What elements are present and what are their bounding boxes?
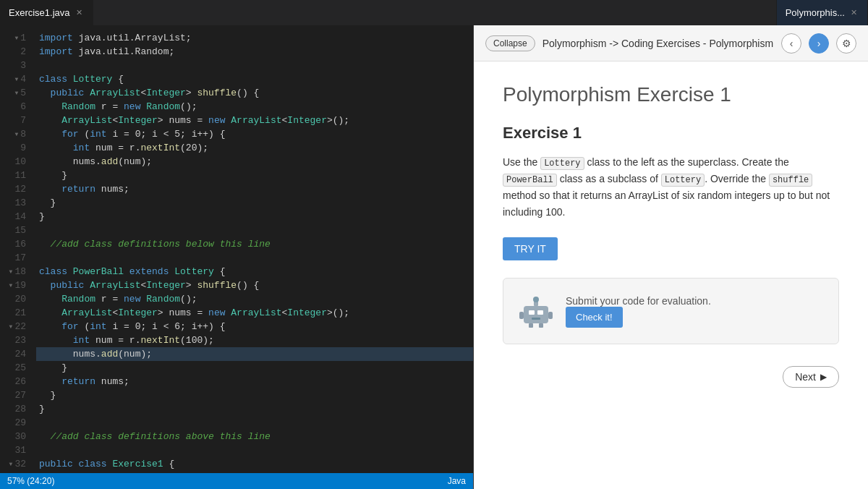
svg-rect-3: [532, 318, 540, 320]
code-line: }: [36, 210, 473, 224]
code-line: import java.util.Random;: [36, 45, 473, 59]
code-line: int num = r.nextInt(20);: [36, 141, 473, 155]
code-line: [36, 416, 473, 430]
tab-label: Exercise1.java: [9, 7, 70, 18]
code-line: ArrayList<Integer> nums = new ArrayList<…: [36, 114, 473, 127]
next-button[interactable]: Next ▶: [783, 366, 839, 388]
line-number: 11: [0, 169, 30, 182]
line-number: ▼22: [0, 320, 30, 333]
code-line: public ArrayList<Integer> shuffle() {: [36, 278, 473, 292]
line-numbers: ▼123▼4▼567▼891011121314151617▼18▼192021▼…: [0, 25, 36, 473]
status-language: Java: [448, 476, 466, 486]
code-line: import java.util.ArrayList;: [36, 31, 473, 45]
tab-close-right-icon[interactable]: ✕: [849, 7, 859, 18]
code-line: }: [36, 361, 473, 375]
line-number: 23: [0, 333, 30, 347]
status-bar: 57% (24:20) Java: [0, 473, 473, 489]
nav-next-button[interactable]: ›: [809, 33, 829, 54]
code-line: }: [36, 196, 473, 210]
settings-button[interactable]: ⚙: [836, 33, 856, 54]
code-line: nums.add(num);: [36, 347, 473, 361]
main-layout: ▼123▼4▼567▼891011121314151617▼18▼192021▼…: [0, 25, 868, 489]
code-line: class Lottery {: [36, 72, 473, 86]
code-line: public ArrayList<Integer> shuffle() {: [36, 86, 473, 100]
svg-rect-9: [539, 323, 543, 328]
left-tab-bar: Exercise1.java ✕: [0, 0, 776, 25]
tab-close-icon[interactable]: ✕: [75, 7, 84, 18]
svg-point-5: [533, 297, 539, 302]
line-number: 25: [0, 361, 30, 375]
right-pane: Collapse Polymorphism -> Coding Exercise…: [474, 25, 868, 489]
exercise-description: Use the Lottery class to the left as the…: [503, 154, 839, 220]
line-number: 3: [0, 59, 30, 72]
exercise-subtitle: Exercise 1: [503, 124, 839, 143]
line-number: 20: [0, 292, 30, 306]
inline-code-lottery: Lottery: [540, 157, 584, 170]
svg-rect-0: [524, 306, 548, 323]
line-number: ▼8: [0, 127, 30, 141]
line-number: 28: [0, 402, 30, 416]
code-line: //add class definitions below this line: [36, 237, 473, 251]
code-line: public class Exercise1 {: [36, 457, 473, 471]
code-line: nums.add(num);: [36, 155, 473, 169]
tab-label-right: Polymorphis...: [786, 7, 845, 18]
line-number: 13: [0, 196, 30, 210]
code-area[interactable]: import java.util.ArrayList;import java.u…: [36, 25, 473, 473]
nav-prev-button[interactable]: ‹: [781, 33, 801, 54]
code-line: return nums;: [36, 375, 473, 388]
next-label: Next: [795, 371, 816, 383]
next-arrow-icon: ▶: [820, 372, 827, 382]
line-number: ▼5: [0, 86, 30, 100]
breadcrumb: Polymorphism -> Coding Exercises - Polym…: [542, 38, 774, 49]
right-tab-bar: Polymorphis... ✕: [776, 0, 868, 25]
line-number: 9: [0, 141, 30, 155]
robot-icon: [518, 293, 554, 329]
tab-exercise1-java[interactable]: Exercise1.java ✕: [0, 0, 93, 25]
code-line: [36, 443, 473, 457]
svg-rect-6: [519, 312, 524, 319]
check-it-button[interactable]: Check it!: [566, 307, 623, 328]
collapse-button[interactable]: Collapse: [485, 35, 535, 51]
code-line: [36, 224, 473, 237]
line-number: ▼19: [0, 278, 30, 292]
submit-text: Submit your code for evaluation.: [566, 295, 711, 307]
code-line: Random r = new Random();: [36, 100, 473, 114]
line-number: 15: [0, 224, 30, 237]
line-number: 29: [0, 416, 30, 430]
submit-content: Submit your code for evaluation. Check i…: [566, 295, 711, 328]
line-number: 24: [0, 347, 30, 361]
tab-bar: Exercise1.java ✕ Polymorphis... ✕: [0, 0, 868, 25]
code-line: [36, 59, 473, 72]
svg-rect-8: [529, 323, 533, 328]
code-line: int num = r.nextInt(100);: [36, 333, 473, 347]
code-line: }: [36, 169, 473, 182]
line-number: 27: [0, 388, 30, 402]
code-line: for (int i = 0; i < 5; i++) {: [36, 127, 473, 141]
status-position: 57% (24:20): [7, 476, 54, 486]
code-line: for (int i = 0; i < 6; i++) {: [36, 320, 473, 333]
line-number: ▼1: [0, 31, 30, 45]
line-number: 21: [0, 306, 30, 320]
inline-code-shuffle: shuffle: [769, 174, 812, 187]
submit-box: Submit your code for evaluation. Check i…: [503, 278, 839, 344]
exercise-title: Polymorphism Exercise 1: [503, 83, 839, 106]
line-number: 26: [0, 375, 30, 388]
code-line: ArrayList<Integer> nums = new ArrayList<…: [36, 306, 473, 320]
tab-polymorphis[interactable]: Polymorphis... ✕: [776, 0, 868, 25]
inline-code-powerball: PowerBall: [503, 174, 557, 187]
try-it-button[interactable]: TRY IT: [503, 237, 558, 260]
code-line: return nums;: [36, 182, 473, 196]
line-number: 7: [0, 114, 30, 127]
svg-rect-7: [548, 312, 553, 319]
right-header: Collapse Polymorphism -> Coding Exercise…: [474, 25, 868, 61]
line-number: 16: [0, 237, 30, 251]
line-number: ▼4: [0, 72, 30, 86]
line-number: 31: [0, 443, 30, 457]
line-number: ▼18: [0, 265, 30, 278]
line-number: 10: [0, 155, 30, 169]
code-line: class PowerBall extends Lottery {: [36, 265, 473, 278]
line-number: 12: [0, 182, 30, 196]
inline-code-lottery2: Lottery: [661, 174, 705, 187]
svg-rect-1: [529, 310, 535, 315]
line-number: ▼32: [0, 457, 30, 471]
